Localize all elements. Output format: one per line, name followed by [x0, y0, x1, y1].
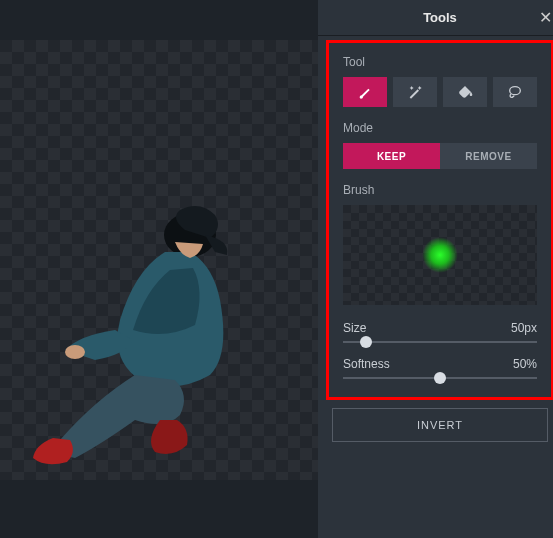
transparency-checkerboard[interactable]	[0, 40, 318, 480]
bucket-icon	[457, 84, 473, 100]
panel-title: Tools	[423, 10, 457, 25]
tool-selector-row	[343, 77, 537, 107]
mode-selector-row: KEEP REMOVE	[343, 143, 537, 169]
keep-mode-button[interactable]: KEEP	[343, 143, 440, 169]
invert-button[interactable]: INVERT	[332, 408, 548, 442]
subject-image	[5, 180, 295, 470]
size-value: 50px	[511, 321, 537, 335]
lasso-tool-button[interactable]	[493, 77, 537, 107]
softness-value: 50%	[513, 357, 537, 371]
size-slider-row: Size 50px	[343, 321, 537, 343]
lasso-icon	[507, 84, 523, 100]
mode-section-label: Mode	[343, 121, 537, 135]
canvas-area	[0, 0, 318, 538]
close-icon[interactable]: ✕	[539, 8, 552, 27]
softness-slider-row: Softness 50%	[343, 357, 537, 379]
brush-section-label: Brush	[343, 183, 537, 197]
bucket-tool-button[interactable]	[443, 77, 487, 107]
softness-slider-thumb[interactable]	[434, 372, 446, 384]
tools-panel: Tools ✕ Tool Mode KEEP REMOVE Brush	[318, 0, 553, 538]
magic-wand-icon	[407, 84, 423, 100]
brush-preview	[343, 205, 537, 305]
svg-point-1	[65, 345, 85, 359]
remove-mode-button[interactable]: REMOVE	[440, 143, 537, 169]
softness-label: Softness	[343, 357, 390, 371]
svg-point-2	[510, 87, 521, 95]
tool-section-label: Tool	[343, 55, 537, 69]
size-label: Size	[343, 321, 366, 335]
brush-preview-dot	[422, 237, 458, 273]
brush-icon	[357, 84, 373, 100]
highlighted-tools-region: Tool Mode KEEP REMOVE Brush	[326, 40, 553, 400]
softness-slider[interactable]	[343, 377, 537, 379]
size-slider-thumb[interactable]	[360, 336, 372, 348]
brush-tool-button[interactable]	[343, 77, 387, 107]
size-slider[interactable]	[343, 341, 537, 343]
panel-header: Tools ✕	[318, 0, 553, 36]
magic-wand-tool-button[interactable]	[393, 77, 437, 107]
